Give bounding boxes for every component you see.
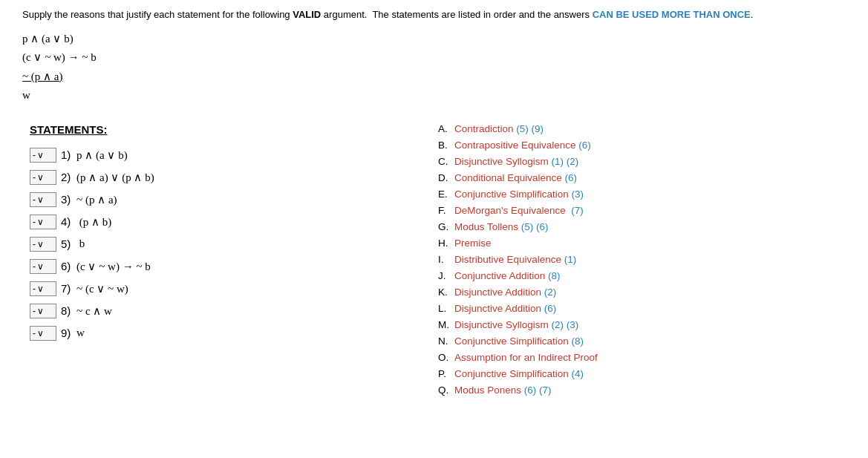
premise-3: ~ (p ∧ a) [22,68,846,87]
stmt-formula-7: ~ (c ∨ ~ w) [74,282,128,295]
answer-letter-O: O. [438,352,454,363]
answer-letter-C: C. [438,156,454,167]
answer-text-O: Assumption for an Indirect Proof [454,352,598,363]
answer-letter-I: I. [438,254,454,265]
answer-M: M. Disjunctive Syllogism (2) (3) [438,319,853,330]
dropdown-arrow-8: ∨ [37,306,44,316]
answer-letter-L: L. [438,303,454,314]
statement-row-4: - ∨ 4) (p ∧ b) [30,215,401,229]
answer-text-P: Conjunctive Simplification (4) [454,368,584,379]
dropdown-1[interactable]: - ∨ [30,148,56,163]
answer-Q: Q. Modus Ponens (6) (7) [438,385,853,396]
dropdown-9[interactable]: - ∨ [30,326,56,341]
dropdown-6[interactable]: - ∨ [30,259,56,274]
answer-text-D: Conditional Equivalence (6) [454,172,577,183]
answer-B: B. Contrapositive Equivalence (6) [438,140,853,151]
stmt-formula-5: b [74,238,85,250]
statement-row-8: - ∨ 8) ~ c ∧ w [30,304,401,318]
answer-O: O. Assumption for an Indirect Proof [438,352,853,363]
stmt-formula-6: (c ∨ ~ w) → ~ b [74,260,150,273]
answer-C: C. Disjunctive Syllogism (1) (2) [438,156,853,167]
stmt-num-2: 2) [61,171,71,183]
dropdown-7[interactable]: - ∨ [30,281,56,296]
dropdown-arrow-6: ∨ [37,261,44,272]
answer-F: F. DeMorgan's Equivalence (7) [438,205,853,216]
answer-text-L: Disjunctive Addition (6) [454,303,556,314]
answer-K: K. Disjunctive Addition (2) [438,287,853,298]
dropdown-arrow-4: ∨ [37,217,44,227]
answers-section: A. Contradiction (5) (9) B. Contrapositi… [416,116,868,408]
answer-H: H. Premise [438,238,853,249]
statements-section: STATEMENTS: - ∨ 1) p ∧ (a ∨ b) - ∨ 2) (p… [0,116,416,408]
main-content: STATEMENTS: - ∨ 1) p ∧ (a ∨ b) - ∨ 2) (p… [0,108,868,408]
answer-A: A. Contradiction (5) (9) [438,123,853,134]
stmt-formula-8: ~ c ∧ w [74,304,112,318]
answer-text-J: Conjunctive Addition (8) [454,270,561,281]
statement-row-2: - ∨ 2) (p ∧ a) ∨ (p ∧ b) [30,170,401,185]
answer-text-I: Distributive Equivalence (1) [454,254,576,265]
answer-letter-P: P. [438,368,454,379]
answer-L: L. Disjunctive Addition (6) [438,303,853,314]
answer-letter-Q: Q. [438,385,454,396]
stmt-num-9: 9) [61,327,71,339]
premise-block: p ∧ (a ∨ b) (c ∨ ~ w) → ~ b ~ (p ∧ a) w [0,27,868,108]
answer-text-Q: Modus Ponens (6) (7) [454,385,552,396]
answer-text-N: Conjunctive Simplification (8) [454,336,584,347]
stmt-num-3: 3) [61,193,71,206]
stmt-num-5: 5) [61,238,71,250]
answer-letter-B: B. [438,140,454,151]
statement-row-1: - ∨ 1) p ∧ (a ∨ b) [30,148,401,163]
stmt-formula-3: ~ (p ∧ a) [74,193,117,206]
stmt-num-6: 6) [61,260,71,272]
dropdown-3[interactable]: - ∨ [30,192,56,207]
answer-D: D. Conditional Equivalence (6) [438,172,853,183]
dropdown-5[interactable]: - ∨ [30,237,56,252]
stmt-formula-4: (p ∧ b) [74,215,111,229]
dropdown-arrow-5: ∨ [37,239,44,249]
statements-title: STATEMENTS: [30,123,401,136]
answer-G: G. Modus Tollens (5) (6) [438,221,853,232]
answer-letter-G: G. [438,221,454,232]
dropdown-arrow-9: ∨ [37,328,44,338]
premise-4: w [22,86,846,105]
answer-letter-F: F. [438,205,454,216]
answer-letter-N: N. [438,336,454,347]
answer-text-F: DeMorgan's Equivalence (7) [454,205,584,216]
dropdown-arrow-2: ∨ [37,172,44,183]
stmt-num-4: 4) [61,215,71,228]
statement-row-5: - ∨ 5) b [30,237,401,252]
instructions: Supply the reasons that justify each sta… [0,0,868,27]
answer-text-H: Premise [454,238,492,249]
answer-text-A: Contradiction (5) (9) [454,123,544,134]
answer-I: I. Distributive Equivalence (1) [438,254,853,265]
answer-letter-M: M. [438,319,454,330]
stmt-num-7: 7) [61,282,71,295]
answer-E: E. Conjunctive Simplification (3) [438,189,853,200]
dropdown-arrow-3: ∨ [37,194,44,205]
premise-2: (c ∨ ~ w) → ~ b [22,48,846,68]
statement-row-7: - ∨ 7) ~ (c ∨ ~ w) [30,281,401,296]
answer-text-M: Disjunctive Syllogism (2) (3) [454,319,578,330]
stmt-formula-2: (p ∧ a) ∨ (p ∧ b) [74,171,154,184]
answer-letter-D: D. [438,172,454,183]
stmt-num-1: 1) [61,148,71,161]
answer-N: N. Conjunctive Simplification (8) [438,336,853,347]
statement-row-3: - ∨ 3) ~ (p ∧ a) [30,192,401,207]
statement-row-9: - ∨ 9) w [30,326,401,341]
answer-text-C: Disjunctive Syllogism (1) (2) [454,156,578,167]
stmt-formula-9: w [74,327,85,339]
stmt-formula-1: p ∧ (a ∨ b) [74,148,127,162]
answer-P: P. Conjunctive Simplification (4) [438,368,853,379]
dropdown-4[interactable]: - ∨ [30,215,56,229]
answer-letter-A: A. [438,123,454,134]
answer-letter-H: H. [438,238,454,249]
answer-text-G: Modus Tollens (5) (6) [454,221,549,232]
answer-text-E: Conjunctive Simplification (3) [454,189,584,200]
dropdown-8[interactable]: - ∨ [30,304,56,318]
answer-text-K: Disjunctive Addition (2) [454,287,556,298]
answer-letter-E: E. [438,189,454,200]
answer-J: J. Conjunctive Addition (8) [438,270,853,281]
dropdown-arrow: ∨ [37,150,44,160]
answer-letter-K: K. [438,287,454,298]
dropdown-2[interactable]: - ∨ [30,170,56,185]
